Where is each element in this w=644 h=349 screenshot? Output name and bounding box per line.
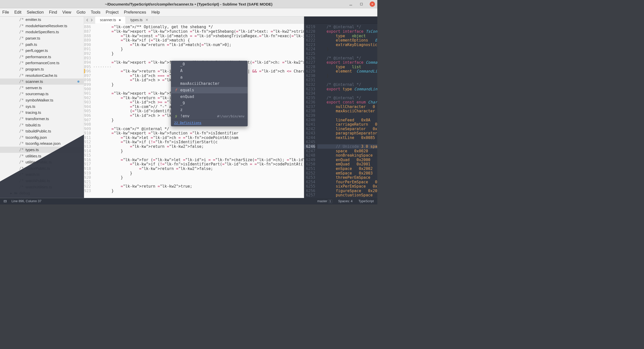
autocomplete-item[interactable]: fequals	[171, 87, 247, 93]
file-icon: /*	[19, 141, 24, 146]
maximize-button[interactable]	[359, 2, 364, 7]
file-icon: /*	[19, 61, 24, 65]
file-entry[interactable]: /*perfLogger.ts	[0, 48, 84, 54]
autocomplete-item[interactable]: enQuad	[171, 93, 247, 100]
file-entry[interactable]: /*watchUtilities.ts	[0, 184, 84, 190]
window-title: ~/Documents/TypeScript/src/compiler/scan…	[105, 2, 272, 6]
file-name: parser.ts	[26, 36, 40, 41]
tab-types[interactable]: types.ts ✕	[126, 17, 153, 24]
nav-forward-icon[interactable]	[90, 18, 93, 22]
file-entry[interactable]: /*visitorPublic.ts	[0, 165, 84, 171]
git-branch[interactable]: master 1	[317, 199, 332, 203]
close-button[interactable]	[370, 2, 375, 7]
tab-dirty-indicator-icon	[119, 19, 121, 21]
file-icon: /*	[19, 185, 24, 189]
file-entry[interactable]: /*symbolWalker.ts	[0, 97, 84, 103]
autocomplete-item[interactable]: s!env#!/usr/bin/env	[171, 113, 247, 119]
file-entry[interactable]: /*semver.ts	[0, 85, 84, 91]
editor-right[interactable]: 6219622062216222622362246225622662276228…	[304, 24, 377, 198]
autocomplete-item[interactable]: A	[171, 67, 247, 74]
file-entry[interactable]: /*tsbuildPublic.ts	[0, 128, 84, 134]
code-right[interactable]: /* @internal */ export interface TsConfi…	[317, 24, 377, 198]
menu-find[interactable]: Find	[49, 10, 57, 15]
file-name: types.ts	[26, 148, 39, 152]
file-name: symbolWalker.ts	[26, 98, 53, 102]
autocomplete-item[interactable]: _9	[171, 100, 247, 107]
autocomplete-label: z	[180, 108, 183, 112]
file-entry[interactable]: /*emitter.ts	[0, 17, 84, 23]
file-entry[interactable]: /*parser.ts	[0, 35, 84, 41]
file-entry[interactable]: /*moduleSpecifiers.ts	[0, 29, 84, 35]
tab-scanner[interactable]: scanner.ts	[95, 17, 126, 24]
file-entry[interactable]: /*transformer.ts	[0, 116, 84, 122]
file-entry[interactable]: /*tsbuild.ts	[0, 122, 84, 128]
autocomplete-label: maxAsciiCharacter	[180, 81, 220, 86]
file-entry[interactable]: /*program.ts	[0, 66, 84, 72]
menu-file[interactable]: File	[2, 10, 9, 15]
menu-view[interactable]: View	[62, 10, 71, 15]
file-entry[interactable]: /*watch.ts	[0, 171, 84, 178]
file-entry[interactable]: /*path.ts	[0, 41, 84, 48]
file-icon: /*	[19, 55, 24, 59]
file-icon: /*	[19, 67, 24, 72]
autocomplete-label: _0	[180, 62, 185, 66]
autocomplete-item[interactable]: a	[171, 74, 247, 81]
menu-selection[interactable]: Selection	[27, 10, 44, 15]
sidebar[interactable]: /*emitter.ts/*moduleNameResolver.ts/*mod…	[0, 17, 84, 198]
autocomplete-label: enQuad	[180, 94, 194, 99]
file-name: tracing.ts	[26, 110, 41, 115]
file-entry[interactable]: /*tsconfig.json	[0, 134, 84, 141]
menu-project[interactable]: Project	[106, 10, 118, 15]
file-name: perfLogger.ts	[26, 48, 48, 53]
file-name: tsbuildPublic.ts	[26, 129, 51, 133]
status-language[interactable]: TypeScript	[358, 199, 374, 203]
panel-switcher-icon[interactable]	[4, 200, 7, 203]
tab-label: scanner.ts	[100, 18, 116, 22]
chevron-right-icon: ▸	[10, 191, 12, 195]
folder-name: debug	[19, 191, 30, 195]
file-icon: /*	[19, 172, 24, 177]
autocomplete-label: equals	[180, 88, 194, 92]
menu-preferences[interactable]: Preferences	[124, 10, 146, 15]
file-entry[interactable]: /*performance.ts	[0, 54, 84, 60]
file-entry[interactable]: /*utilitiesPublic.ts	[0, 159, 84, 165]
menu-edit[interactable]: Edit	[14, 10, 21, 15]
file-icon: /*	[19, 148, 24, 152]
right-pane: ＋ ▾ 621962206221622262236224622562266227…	[304, 17, 377, 198]
file-entry[interactable]: /*sourcemap.ts	[0, 91, 84, 97]
file-entry[interactable]: /*sys.ts	[0, 103, 84, 110]
menu-goto[interactable]: Goto	[76, 10, 86, 15]
file-name: tsbuild.ts	[26, 123, 41, 127]
file-icon: /*	[19, 86, 24, 90]
file-entry[interactable]: /*scanner.ts	[0, 79, 84, 85]
file-icon: /*	[19, 30, 24, 34]
file-name: moduleNameResolver.ts	[26, 23, 67, 28]
file-icon: /*	[19, 117, 24, 121]
file-entry[interactable]: /*tracing.ts	[0, 110, 84, 116]
file-icon: /*	[19, 79, 24, 84]
autocomplete-footer[interactable]: 22 Definitions	[171, 119, 247, 126]
file-entry[interactable]: /*resolutionCache.ts	[0, 72, 84, 79]
file-entry[interactable]: /*moduleNameResolver.ts	[0, 23, 84, 29]
nav-back-icon[interactable]	[86, 18, 89, 22]
file-entry[interactable]: /*utilities.ts	[0, 153, 84, 159]
file-entry[interactable]: /*watchPublic.ts	[0, 178, 84, 184]
file-entry[interactable]: /*performanceCore.ts	[0, 60, 84, 66]
menu-tools[interactable]: Tools	[91, 10, 100, 15]
menu-help[interactable]: Help	[151, 10, 160, 15]
folder-row[interactable]: ▸debug	[0, 190, 84, 196]
file-name: transformer.ts	[26, 117, 49, 121]
file-entry[interactable]: /*types.ts	[0, 147, 84, 153]
autocomplete-item[interactable]: z	[171, 106, 247, 113]
minimize-button[interactable]	[348, 2, 353, 7]
file-name: moduleSpecifiers.ts	[26, 30, 59, 34]
folder-icon	[14, 192, 18, 195]
autocomplete-item[interactable]: _0	[171, 61, 247, 67]
status-position[interactable]: Line 896, Column 37	[12, 199, 42, 203]
autocomplete-item[interactable]: maxAsciiCharacter	[171, 80, 247, 87]
status-spaces[interactable]: Spaces: 4	[338, 199, 352, 203]
file-entry[interactable]: /*tsconfig.release.json	[0, 141, 84, 147]
autocomplete-popup[interactable]: _0AamaxAsciiCharacterfequalsenQuad_9zs!e…	[171, 61, 248, 126]
file-name: utilitiesPublic.ts	[26, 160, 52, 164]
tab-close-icon[interactable]: ✕	[145, 18, 148, 22]
